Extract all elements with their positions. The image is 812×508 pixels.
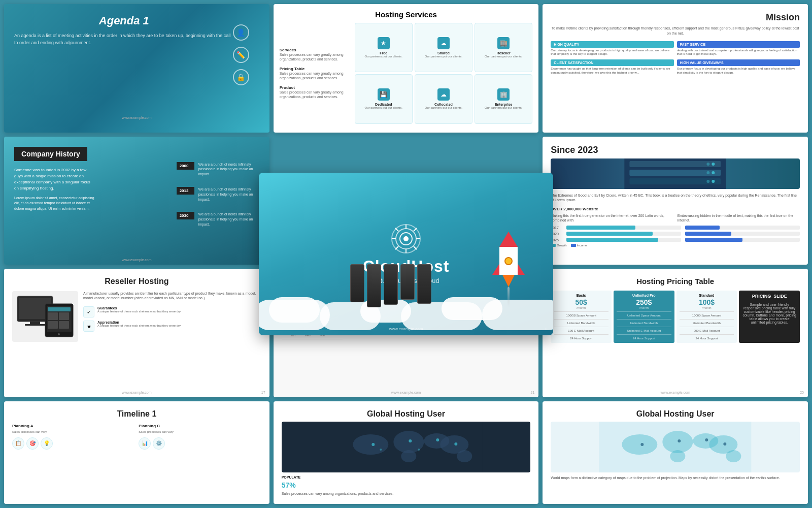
pricing-pro-period: /month <box>617 306 671 309</box>
since-title: Since 2023 <box>551 145 800 155</box>
badge-client-sat: CLIENT SATISFACTION Experience has taugh… <box>551 59 673 75</box>
service-enterprise-desc: Our partners put our clients. <box>485 106 522 110</box>
agenda-body: An agenda is a list of meeting activitie… <box>14 33 259 46</box>
svg-point-23 <box>353 434 388 455</box>
slide-hosting-services: Hosting Services Services Sales processe… <box>274 4 539 133</box>
pricing-pro-plan: Unlimited Pro <box>617 294 671 297</box>
pricing-basic-feature4: 24 Hour Support <box>554 334 608 340</box>
pricing-pro-feature3: Unlimited E-Mail Account <box>617 327 671 332</box>
pricing-item: Pricing Table Sales processes can vary g… <box>280 67 351 80</box>
service-free: ★ Free Our partners put our clients. <box>355 23 413 72</box>
pricing-standard-feature1: 10000 Space Amount <box>680 311 734 317</box>
mission-badges: HIGH QUALITY Our primary focus in develo… <box>551 41 800 75</box>
reseller-page: 17 <box>261 391 265 394</box>
feature-guarantees-text: Guarantees A unique feature of these roc… <box>97 306 181 314</box>
pricing-standard: Standard 100$ /month 10000 Space Amount … <box>676 291 737 343</box>
reseller-url: www.example.com <box>122 391 151 394</box>
global1-stat-desc: Sales processes can vary among organizat… <box>282 491 531 496</box>
planning-c-desc: Sales processes can vary <box>139 430 261 434</box>
timeline-2030-desc: We are a bunch of nerds infinitely passi… <box>198 212 259 227</box>
svg-point-36 <box>622 434 658 455</box>
mission-desc: To make lifetime clients by providing sa… <box>551 26 800 36</box>
svg-point-34 <box>418 449 420 451</box>
reseller-devices-area <box>12 291 78 342</box>
legend-growth-label: Growth <box>557 244 566 247</box>
rocket-trail <box>507 287 510 307</box>
svg-point-28 <box>457 450 472 462</box>
global1-stat-value: 57% <box>282 481 531 489</box>
svg-line-55 <box>414 246 417 249</box>
pricing-grid: Basic 50$ /month 100GB Space Amount Unli… <box>551 291 800 343</box>
bar-2020-track <box>566 232 681 236</box>
pricing-standard-plan: Standard <box>680 294 734 297</box>
timeline-plans: Planning A Sales processes can vary 📋 🎯 … <box>12 424 261 450</box>
global1-stat-label: POPULATE <box>282 475 301 479</box>
global2-svg <box>551 422 800 472</box>
hero-rocket <box>499 232 518 307</box>
planning-c-title: Planning C <box>139 424 261 428</box>
product-label: Product <box>280 85 351 90</box>
product-desc: Sales processes can vary greatly among o… <box>280 90 351 99</box>
services-item: Services Sales processes can vary greatl… <box>280 48 351 61</box>
services-label: Services <box>280 48 351 52</box>
company-timeline: 2000 We are a bunch of nerds infinitely … <box>177 162 259 227</box>
timeline-2030-year: 2030 <box>177 212 194 219</box>
badge-hq-desc: Our primary focus in developing our prod… <box>551 49 673 57</box>
since-stat-descs: Making this the first true generator on … <box>551 213 800 223</box>
svg-line-54 <box>395 228 398 231</box>
pricing-standard-period: /month <box>680 306 734 309</box>
reseller-title: Reseller Hosting <box>12 277 261 286</box>
server-1 <box>350 264 364 302</box>
badge-fs-desc: dealing with our trained and competent p… <box>677 49 800 57</box>
hero-url: www.example.com <box>389 327 423 331</box>
slide-since-2023: Since 2023 The Extremes of Good and Evil… <box>543 137 808 265</box>
pricing-basic-period: /month <box>554 306 608 309</box>
bar-2025-teal <box>566 238 658 242</box>
global1-svg <box>282 422 531 472</box>
pricing-basic: Basic 50$ /month 100GB Space Amount Unli… <box>551 291 612 343</box>
slide-company-history: Company History Someone was founded in 2… <box>4 137 269 265</box>
global1-stat: POPULATE <box>282 475 531 479</box>
legend-growth: Growth <box>551 244 566 247</box>
feature-appreciation-text: Appreciation A unique feature of these r… <box>97 321 181 328</box>
reseller-content: A manufacturer usually provides an ident… <box>12 291 261 342</box>
reseller-desc: A manufacturer usually provides an ident… <box>83 291 261 300</box>
slide-hero: CloudHost Future Business Cloud <box>259 173 553 335</box>
server-2 <box>367 264 381 307</box>
service-dedicated: 💾 Dedicated Our partners put our clients… <box>355 74 413 123</box>
bar-2020-blue <box>685 232 731 236</box>
pricing-label: Pricing Table <box>280 67 351 71</box>
global1-map <box>282 422 531 472</box>
agenda-icon-1: 👤 <box>233 24 249 41</box>
service-reseller-icon: 🏬 <box>497 37 510 49</box>
tl-icon-c2: ⚙️ <box>153 437 165 450</box>
service-collocated: ☁ Collocated Our partners put our client… <box>415 74 472 123</box>
service-shared: ☁ Shared Our partners put our clients. <box>415 23 472 72</box>
since-legend: Growth Income <box>551 244 800 247</box>
bar-2025-blue <box>685 238 742 242</box>
svg-point-43 <box>678 439 681 442</box>
feature-guarantees-icon: ✓ <box>83 306 94 318</box>
svg-rect-12 <box>30 322 40 324</box>
rocket-body <box>499 247 518 275</box>
bar-2017-blue <box>685 226 720 230</box>
pricing-standard-feature3: 300 E-Mail Account <box>680 327 734 332</box>
cloud-2 <box>269 297 320 323</box>
svg-point-4 <box>712 163 715 166</box>
reseller-device-container <box>12 291 78 342</box>
pricing-basic-plan: Basic <box>554 294 608 297</box>
since-stat-desc1: Making this the first true generator on … <box>551 213 673 223</box>
rocket-wing-left <box>492 264 499 275</box>
slide-mission: Mission To make lifetime clients by prov… <box>543 4 808 133</box>
svg-point-30 <box>409 439 412 442</box>
pricing-page: 25 <box>800 391 804 394</box>
feature-guarantees-title: Guarantees <box>97 306 181 310</box>
service-enterprise-name: Enterprise <box>495 103 513 106</box>
svg-point-25 <box>401 450 416 462</box>
bar-2020-teal <box>566 232 652 236</box>
svg-point-41 <box>726 450 741 462</box>
service-collocated-desc: Our partners put our clients. <box>425 106 462 110</box>
svg-line-56 <box>414 228 417 231</box>
svg-point-45 <box>724 442 727 446</box>
agenda-url: www.example.com <box>122 116 151 119</box>
